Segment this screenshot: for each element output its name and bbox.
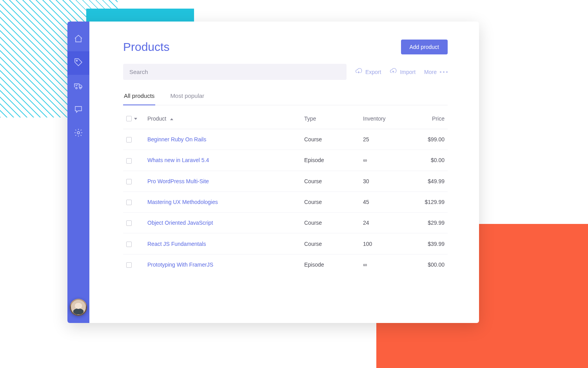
- product-name-link[interactable]: Prototyping With FramerJS: [144, 254, 301, 275]
- header-type[interactable]: Type: [301, 108, 360, 129]
- import-label: Import: [400, 69, 416, 75]
- product-price: $00.00: [411, 254, 448, 275]
- more-dots-icon: [440, 71, 448, 73]
- header-product-label: Product: [147, 115, 166, 122]
- product-name-link[interactable]: Beginner Ruby On Rails: [144, 129, 301, 150]
- cloud-upload-icon: [390, 68, 397, 76]
- sidebar-item-messages[interactable]: [67, 98, 89, 122]
- truck-icon: [74, 81, 83, 92]
- more-button[interactable]: More: [424, 69, 448, 75]
- product-name-link[interactable]: Object Oriented JavaScript: [144, 213, 301, 233]
- product-type: Course: [301, 171, 360, 191]
- product-price: $49.99: [411, 171, 448, 191]
- add-product-button[interactable]: Add product: [401, 40, 448, 54]
- app-window: Products Add product Export Import More: [67, 22, 479, 323]
- row-checkbox[interactable]: [126, 220, 132, 226]
- chat-icon: [74, 105, 83, 115]
- product-price: $29.99: [411, 213, 448, 233]
- gear-icon: [74, 128, 83, 139]
- products-table: Product Type Inventory Price Beginner Ru…: [123, 108, 448, 275]
- table-row: React JS FundamentalsCourse100$39.99: [123, 233, 448, 254]
- sort-asc-icon: [170, 118, 173, 120]
- svg-point-2: [80, 87, 81, 89]
- row-checkbox[interactable]: [126, 158, 132, 164]
- product-type: Episode: [301, 254, 360, 275]
- product-price: $129.99: [411, 191, 448, 212]
- product-inventory: ∞: [360, 254, 411, 275]
- product-type: Episode: [301, 150, 360, 171]
- table-row: Beginner Ruby On RailsCourse25$99.00: [123, 129, 448, 150]
- product-type: Course: [301, 233, 360, 254]
- product-price: $99.00: [411, 129, 448, 150]
- svg-point-1: [76, 87, 77, 89]
- product-inventory: 25: [360, 129, 411, 150]
- more-label: More: [424, 69, 437, 75]
- select-all-checkbox[interactable]: [126, 116, 132, 121]
- sidebar-item-products[interactable]: [67, 51, 89, 75]
- svg-point-0: [76, 60, 78, 61]
- product-name-link[interactable]: Mastering UX Methodologies: [144, 191, 301, 212]
- product-type: Course: [301, 213, 360, 233]
- tabs: All products Most popular: [123, 90, 448, 105]
- export-label: Export: [365, 69, 381, 75]
- product-inventory: 100: [360, 233, 411, 254]
- import-button[interactable]: Import: [390, 68, 416, 76]
- product-name-link[interactable]: React JS Fundamentals: [144, 233, 301, 254]
- chevron-down-icon[interactable]: [134, 118, 137, 120]
- header-price[interactable]: Price: [411, 108, 448, 129]
- product-price: $0.00: [411, 150, 448, 171]
- sidebar-item-settings[interactable]: [67, 122, 89, 145]
- main-content: Products Add product Export Import More: [89, 22, 479, 323]
- row-checkbox[interactable]: [126, 262, 132, 268]
- product-type: Course: [301, 191, 360, 212]
- table-row: Object Oriented JavaScriptCourse24$29.99: [123, 213, 448, 233]
- product-inventory: 30: [360, 171, 411, 191]
- home-icon: [74, 34, 83, 45]
- row-checkbox[interactable]: [126, 137, 132, 143]
- tag-icon: [74, 58, 83, 69]
- header-inventory[interactable]: Inventory: [360, 108, 411, 129]
- table-row: Whats new in Laravel 5.4Episode∞$0.00: [123, 150, 448, 171]
- tab-all-products[interactable]: All products: [123, 90, 155, 105]
- row-checkbox[interactable]: [126, 179, 132, 184]
- tab-most-popular[interactable]: Most popular: [169, 90, 205, 105]
- row-checkbox[interactable]: [126, 200, 132, 205]
- product-price: $39.99: [411, 233, 448, 254]
- product-inventory: ∞: [360, 150, 411, 171]
- table-row: Prototyping With FramerJSEpisode∞$00.00: [123, 254, 448, 275]
- sidebar: [67, 22, 89, 323]
- search-input[interactable]: [123, 64, 347, 80]
- product-inventory: 45: [360, 191, 411, 212]
- page-title: Products: [123, 40, 169, 54]
- product-type: Course: [301, 129, 360, 150]
- cloud-download-icon: [355, 68, 362, 76]
- svg-point-3: [77, 132, 80, 134]
- avatar[interactable]: [70, 299, 87, 316]
- table-row: Mastering UX MethodologiesCourse45$129.9…: [123, 191, 448, 212]
- product-name-link[interactable]: Pro WordPress Multi-Site: [144, 171, 301, 191]
- sidebar-item-home[interactable]: [67, 28, 89, 51]
- sidebar-item-orders[interactable]: [67, 75, 89, 98]
- row-checkbox[interactable]: [126, 242, 132, 247]
- table-row: Pro WordPress Multi-SiteCourse30$49.99: [123, 171, 448, 191]
- product-inventory: 24: [360, 213, 411, 233]
- export-button[interactable]: Export: [355, 68, 381, 76]
- product-name-link[interactable]: Whats new in Laravel 5.4: [144, 150, 301, 171]
- header-product[interactable]: Product: [144, 108, 301, 129]
